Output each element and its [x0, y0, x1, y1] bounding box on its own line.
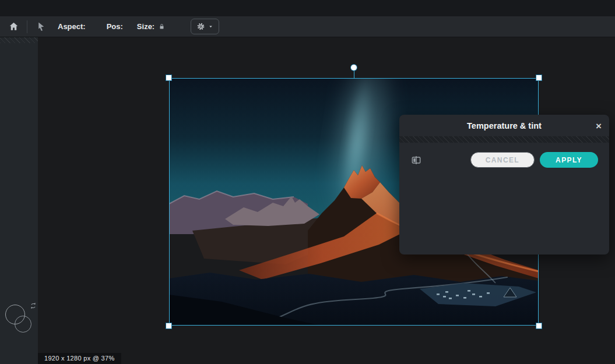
gear-icon — [196, 22, 205, 31]
aspect-lock-icon[interactable] — [158, 23, 166, 30]
resize-handle-bottom-left[interactable] — [166, 323, 171, 328]
rotation-handle[interactable] — [351, 65, 357, 70]
tool-options-bar: Aspect: Pos: Size: — [0, 16, 615, 37]
foreground-color-swatch[interactable] — [5, 305, 25, 324]
size-label: Size: — [137, 22, 154, 31]
dialog-title: Temperature & tint — [467, 121, 542, 130]
resize-handle-top-right[interactable] — [536, 75, 542, 80]
cancel-button[interactable]: CANCEL — [470, 152, 535, 168]
menubar — [0, 0, 615, 16]
status-bar: 1920 x 1280 px @ 37% — [38, 353, 121, 364]
settings-button[interactable] — [191, 19, 219, 34]
home-button[interactable] — [5, 19, 22, 35]
resize-handle-top-left[interactable] — [166, 75, 171, 80]
toolbar-divider — [27, 20, 27, 33]
swap-colors-icon[interactable] — [29, 302, 37, 310]
aspect-label: Aspect: — [58, 22, 86, 31]
close-icon[interactable]: × — [596, 121, 602, 130]
pointer-icon — [32, 19, 50, 35]
pos-label: Pos: — [107, 22, 123, 31]
photo-editor-app: Aspect: Pos: Size: — [0, 0, 615, 364]
color-swatches — [5, 305, 36, 338]
tool-sidebar — [0, 37, 38, 364]
sidebar-hatch-decoration — [0, 37, 38, 43]
canvas-area[interactable]: Temperature & tint × CANCEL APPLY 1920 x… — [38, 37, 615, 364]
resize-handle-bottom-right[interactable] — [536, 323, 542, 328]
compare-before-after-icon[interactable] — [410, 154, 422, 166]
rotation-handle-stem — [354, 70, 354, 78]
apply-button[interactable]: APPLY — [540, 152, 598, 168]
dialog-hatch-decoration — [399, 136, 609, 143]
temperature-tint-dialog: Temperature & tint × CANCEL APPLY — [399, 115, 609, 255]
caret-down-icon — [208, 24, 213, 29]
